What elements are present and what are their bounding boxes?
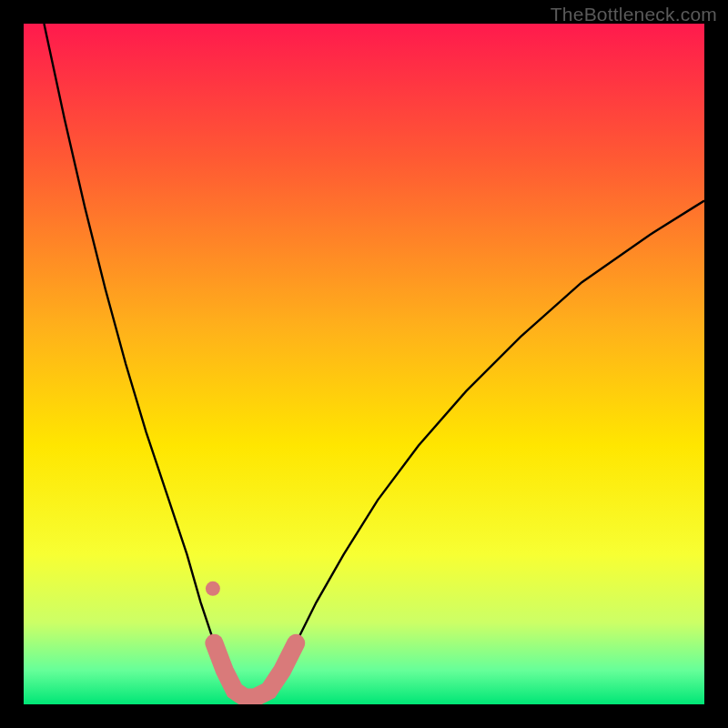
watermark-text: TheBottleneck.com	[551, 4, 717, 25]
highlight-dot	[206, 581, 220, 596]
highlight-band	[214, 643, 296, 698]
plot-area	[24, 24, 704, 704]
curve-layer	[24, 24, 704, 704]
chart-frame: TheBottleneck.com	[0, 0, 728, 728]
bottleneck-curve	[44, 24, 704, 698]
